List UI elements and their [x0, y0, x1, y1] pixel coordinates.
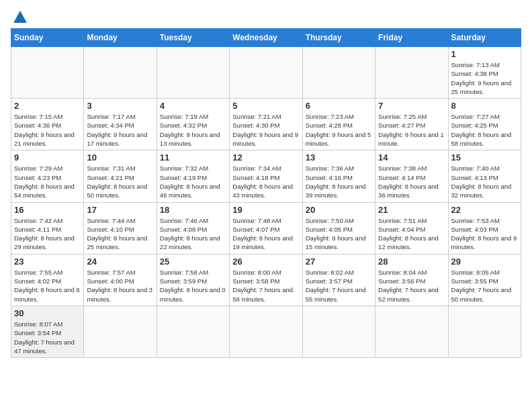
day-number: 7 [378, 101, 445, 111]
calendar-cell: 11Sunrise: 7:32 AMSunset: 4:19 PMDayligh… [157, 150, 229, 202]
calendar-cell: 18Sunrise: 7:46 AMSunset: 4:08 PMDayligh… [157, 202, 229, 254]
day-number: 30 [14, 308, 81, 318]
calendar-cell: 7Sunrise: 7:25 AMSunset: 4:27 PMDaylight… [375, 99, 448, 150]
day-of-week-header: Sunday [11, 29, 84, 47]
day-number: 17 [87, 205, 153, 215]
day-number: 13 [306, 152, 372, 163]
calendar-cell: 14Sunrise: 7:38 AMSunset: 4:14 PMDayligh… [375, 150, 448, 202]
calendar-cell: 13Sunrise: 7:36 AMSunset: 4:16 PMDayligh… [302, 150, 375, 202]
day-number: 10 [87, 152, 153, 163]
day-info: Sunrise: 8:05 AMSunset: 3:55 PMDaylight:… [451, 268, 518, 304]
day-info: Sunrise: 7:51 AMSunset: 4:04 PMDaylight:… [378, 216, 445, 252]
calendar-cell: 1Sunrise: 7:13 AMSunset: 4:38 PMDaylight… [448, 47, 521, 99]
day-number: 27 [306, 257, 372, 267]
day-info: Sunrise: 7:42 AMSunset: 4:11 PMDaylight:… [14, 216, 81, 252]
day-number: 15 [451, 152, 518, 163]
calendar-cell: 30Sunrise: 8:07 AMSunset: 3:54 PMDayligh… [11, 306, 84, 357]
day-info: Sunrise: 7:48 AMSunset: 4:07 PMDaylight:… [232, 216, 299, 252]
day-info: Sunrise: 7:23 AMSunset: 4:28 PMDaylight:… [306, 112, 372, 148]
day-info: Sunrise: 7:55 AMSunset: 4:02 PMDaylight:… [14, 268, 81, 304]
calendar-cell: 15Sunrise: 7:40 AMSunset: 4:13 PMDayligh… [448, 150, 521, 202]
day-number: 14 [378, 152, 445, 163]
calendar-cell: 27Sunrise: 8:02 AMSunset: 3:57 PMDayligh… [302, 254, 375, 306]
day-of-week-header: Friday [375, 29, 448, 47]
calendar-cell: 4Sunrise: 7:19 AMSunset: 4:32 PMDaylight… [157, 99, 229, 150]
calendar-cell [302, 306, 375, 357]
calendar-cell: 20Sunrise: 7:50 AMSunset: 4:05 PMDayligh… [302, 202, 375, 254]
day-of-week-header: Monday [84, 29, 157, 47]
day-info: Sunrise: 7:25 AMSunset: 4:27 PMDaylight:… [378, 112, 445, 148]
day-number: 11 [160, 152, 226, 163]
day-number: 22 [451, 205, 518, 215]
calendar-cell [11, 47, 84, 99]
day-number: 29 [451, 257, 518, 267]
day-info: Sunrise: 7:19 AMSunset: 4:32 PMDaylight:… [160, 112, 226, 148]
logo [11, 11, 27, 21]
day-info: Sunrise: 7:46 AMSunset: 4:08 PMDaylight:… [160, 216, 226, 252]
calendar-cell: 8Sunrise: 7:27 AMSunset: 4:25 PMDaylight… [448, 99, 521, 150]
calendar-cell: 25Sunrise: 7:58 AMSunset: 3:59 PMDayligh… [157, 254, 229, 306]
calendar-cell: 19Sunrise: 7:48 AMSunset: 4:07 PMDayligh… [230, 202, 302, 254]
calendar-cell: 17Sunrise: 7:44 AMSunset: 4:10 PMDayligh… [84, 202, 157, 254]
calendar-cell [84, 47, 157, 99]
day-of-week-header: Tuesday [157, 29, 229, 47]
calendar-cell: 21Sunrise: 7:51 AMSunset: 4:04 PMDayligh… [375, 202, 448, 254]
day-number: 5 [232, 101, 299, 111]
day-info: Sunrise: 8:00 AMSunset: 3:58 PMDaylight:… [232, 268, 299, 304]
day-info: Sunrise: 8:02 AMSunset: 3:57 PMDaylight:… [306, 268, 372, 304]
calendar-cell: 5Sunrise: 7:21 AMSunset: 4:30 PMDaylight… [230, 99, 302, 150]
day-info: Sunrise: 7:40 AMSunset: 4:13 PMDaylight:… [451, 164, 518, 199]
day-info: Sunrise: 7:50 AMSunset: 4:05 PMDaylight:… [306, 216, 372, 252]
calendar-cell: 28Sunrise: 8:04 AMSunset: 3:56 PMDayligh… [375, 254, 448, 306]
day-info: Sunrise: 7:57 AMSunset: 4:00 PMDaylight:… [87, 268, 153, 304]
day-info: Sunrise: 7:21 AMSunset: 4:30 PMDaylight:… [232, 112, 299, 148]
day-number: 18 [160, 205, 226, 215]
calendar-cell: 26Sunrise: 8:00 AMSunset: 3:58 PMDayligh… [230, 254, 302, 306]
calendar-cell: 16Sunrise: 7:42 AMSunset: 4:11 PMDayligh… [11, 202, 84, 254]
day-of-week-header: Thursday [302, 29, 375, 47]
day-info: Sunrise: 7:38 AMSunset: 4:14 PMDaylight:… [378, 164, 445, 199]
day-number: 19 [232, 205, 299, 215]
page-header [11, 11, 521, 21]
day-info: Sunrise: 7:53 AMSunset: 4:03 PMDaylight:… [451, 216, 518, 252]
calendar-cell: 2Sunrise: 7:15 AMSunset: 4:36 PMDaylight… [11, 99, 84, 150]
calendar-cell: 3Sunrise: 7:17 AMSunset: 4:34 PMDaylight… [84, 99, 157, 150]
day-info: Sunrise: 7:32 AMSunset: 4:19 PMDaylight:… [160, 164, 226, 199]
day-info: Sunrise: 7:44 AMSunset: 4:10 PMDaylight:… [87, 216, 153, 252]
day-info: Sunrise: 8:07 AMSunset: 3:54 PMDaylight:… [14, 320, 81, 355]
calendar-cell [302, 47, 375, 99]
day-number: 25 [160, 257, 226, 267]
calendar-cell: 10Sunrise: 7:31 AMSunset: 4:21 PMDayligh… [84, 150, 157, 202]
day-info: Sunrise: 7:31 AMSunset: 4:21 PMDaylight:… [87, 164, 153, 199]
day-info: Sunrise: 7:34 AMSunset: 4:18 PMDaylight:… [232, 164, 299, 199]
calendar-cell: 6Sunrise: 7:23 AMSunset: 4:28 PMDaylight… [302, 99, 375, 150]
calendar-cell: 22Sunrise: 7:53 AMSunset: 4:03 PMDayligh… [448, 202, 521, 254]
day-number: 20 [306, 205, 372, 215]
calendar-cell [375, 47, 448, 99]
calendar-table: SundayMondayTuesdayWednesdayThursdayFrid… [11, 28, 521, 358]
day-number: 28 [378, 257, 445, 267]
calendar-cell: 9Sunrise: 7:29 AMSunset: 4:23 PMDaylight… [11, 150, 84, 202]
day-number: 23 [14, 257, 81, 267]
calendar-cell: 23Sunrise: 7:55 AMSunset: 4:02 PMDayligh… [11, 254, 84, 306]
calendar-cell: 29Sunrise: 8:05 AMSunset: 3:55 PMDayligh… [448, 254, 521, 306]
calendar-cell: 24Sunrise: 7:57 AMSunset: 4:00 PMDayligh… [84, 254, 157, 306]
calendar-cell [230, 306, 302, 357]
day-info: Sunrise: 7:27 AMSunset: 4:25 PMDaylight:… [451, 112, 518, 148]
calendar-header-row: SundayMondayTuesdayWednesdayThursdayFrid… [11, 29, 521, 47]
day-number: 2 [14, 101, 81, 111]
day-number: 26 [232, 257, 299, 267]
day-info: Sunrise: 7:13 AMSunset: 4:38 PMDaylight:… [451, 60, 518, 96]
calendar-cell [230, 47, 302, 99]
day-number: 8 [451, 101, 518, 111]
day-number: 9 [14, 152, 81, 163]
day-number: 1 [451, 49, 518, 59]
day-info: Sunrise: 7:15 AMSunset: 4:36 PMDaylight:… [14, 112, 81, 148]
day-number: 24 [87, 257, 153, 267]
calendar-cell [448, 306, 521, 357]
day-number: 21 [378, 205, 445, 215]
day-number: 3 [87, 101, 153, 111]
day-of-week-header: Saturday [448, 29, 521, 47]
day-number: 12 [232, 152, 299, 163]
calendar-cell [157, 47, 229, 99]
